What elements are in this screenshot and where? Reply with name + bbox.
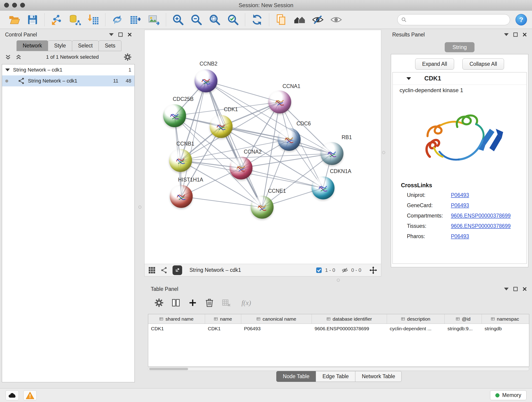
cell-description[interactable]: cyclin-dependent ... xyxy=(387,324,445,333)
show-graphics-details-button[interactable] xyxy=(329,13,343,27)
network-node-CCNE1[interactable] xyxy=(251,196,273,219)
zoom-out-button[interactable] xyxy=(190,13,203,27)
hidden-elements-eye-icon[interactable] xyxy=(342,267,348,274)
gene-entry-header[interactable]: CDK1 xyxy=(393,72,526,85)
network-canvas[interactable]: CCNB2CCNA1CDC25BCDK1CDC6RB1CCNB1CCNA2CDK… xyxy=(145,30,381,264)
results-tab-string[interactable]: String xyxy=(445,42,475,52)
right-splitter-handle[interactable] xyxy=(382,151,385,154)
open-session-button[interactable] xyxy=(7,13,21,27)
memory-button[interactable]: Memory xyxy=(490,390,526,400)
cell-canonical-name[interactable]: P06493 xyxy=(241,324,312,333)
gear-icon[interactable] xyxy=(123,53,132,61)
detach-view-button[interactable] xyxy=(172,265,182,275)
pharos-link[interactable]: P06493 xyxy=(451,233,469,240)
entry-collapse-icon[interactable] xyxy=(406,77,411,80)
delete-column-trash-icon[interactable] xyxy=(204,298,215,308)
bottom-splitter-handle[interactable] xyxy=(337,279,340,282)
birdseye-view-button[interactable] xyxy=(293,13,306,27)
help-button[interactable]: ? xyxy=(515,14,527,26)
hide-unhide-button[interactable] xyxy=(311,13,325,27)
search-input[interactable] xyxy=(409,17,506,23)
show-columns-icon[interactable] xyxy=(171,298,181,308)
tissues-link[interactable]: 9606.ENSP00000378699 xyxy=(451,223,511,229)
table-horizontal-scrollbar[interactable] xyxy=(148,367,529,371)
genecard-link[interactable]: P06493 xyxy=(451,202,469,209)
network-node-HIST1H1A[interactable] xyxy=(170,185,193,208)
move-crosshair-icon[interactable] xyxy=(369,266,377,274)
grid-view-icon[interactable] xyxy=(148,267,156,274)
network-collection-row[interactable]: String Network – cdk1 1 xyxy=(2,64,134,75)
table-close-icon[interactable] xyxy=(522,287,527,291)
network-node-CDC25B[interactable] xyxy=(163,104,186,127)
collapse-all-button[interactable]: Collapse All xyxy=(462,58,504,70)
column-header[interactable]: database identifier xyxy=(312,314,387,324)
table-settings-gear-icon[interactable] xyxy=(154,298,164,308)
scrollbar-thumb[interactable] xyxy=(149,368,188,370)
table-maximize-icon[interactable] xyxy=(513,287,518,291)
network-node-CCNB2[interactable] xyxy=(195,70,217,92)
tab-node-table[interactable]: Node Table xyxy=(276,371,316,382)
column-header[interactable]: @id xyxy=(445,314,482,324)
compartments-link[interactable]: 9606.ENSP00000378699 xyxy=(451,213,511,219)
left-splitter-handle[interactable] xyxy=(138,206,141,209)
selected-nodes-checkbox-icon[interactable] xyxy=(316,267,322,273)
gene-entry-cdk1: CDK1 cyclin-dependent kinase 1 xyxy=(393,72,527,264)
panel-float-icon[interactable] xyxy=(109,33,114,36)
tree-expand-icon[interactable] xyxy=(5,69,10,71)
network-node-CCNA2[interactable] xyxy=(230,157,253,179)
cell-shared-name[interactable]: CDK1 xyxy=(148,324,205,333)
import-network-file-button[interactable] xyxy=(50,13,63,27)
export-image-button[interactable] xyxy=(147,13,161,27)
tab-style[interactable]: Style xyxy=(48,40,72,51)
column-header[interactable]: canonical name xyxy=(241,314,312,324)
network-node-RB1[interactable] xyxy=(321,142,343,165)
export-network-button[interactable] xyxy=(129,13,143,27)
network-view-share-icon[interactable] xyxy=(161,267,167,274)
table-row[interactable]: CDK1 CDK1 P06493 9606.ENSP00000378699 cy… xyxy=(148,324,529,333)
results-maximize-icon[interactable] xyxy=(513,32,518,37)
cell-id[interactable]: stringdb:9... xyxy=(445,324,482,333)
tab-network-table[interactable]: Network Table xyxy=(355,371,402,382)
protein-thumbnail-icon xyxy=(200,75,212,87)
tab-network[interactable]: Network xyxy=(17,40,48,51)
panel-maximize-icon[interactable] xyxy=(118,32,123,37)
expand-all-button[interactable]: Expand All xyxy=(415,58,454,70)
column-header[interactable]: name xyxy=(205,314,241,324)
network-node-CCNA1[interactable] xyxy=(268,90,291,114)
column-header[interactable]: description xyxy=(387,314,445,324)
network-node-CCNB1[interactable] xyxy=(169,149,192,172)
node-label-HIST1H1A: HIST1H1A xyxy=(178,177,203,183)
warnings-button[interactable] xyxy=(23,390,37,400)
column-header[interactable]: shared name xyxy=(148,314,205,324)
import-table-file-button[interactable] xyxy=(86,13,100,27)
network-row-selected[interactable]: String Network – cdk1 11 48 xyxy=(2,75,134,86)
save-session-button[interactable] xyxy=(26,13,39,27)
panel-close-icon[interactable] xyxy=(127,32,132,37)
tab-edge-table[interactable]: Edge Table xyxy=(316,371,355,382)
tab-sets[interactable]: Sets xyxy=(99,40,121,51)
uniprot-link[interactable]: P06493 xyxy=(451,192,469,198)
function-builder-icon[interactable]: f(x) xyxy=(241,299,251,307)
tab-select[interactable]: Select xyxy=(72,40,99,51)
network-node-CDKN1A[interactable] xyxy=(312,177,335,199)
network-node-CDC6[interactable] xyxy=(278,128,301,151)
new-network-button[interactable] xyxy=(110,13,124,27)
zoom-fit-content-button[interactable] xyxy=(208,13,222,27)
cloud-services-button[interactable] xyxy=(6,390,19,400)
cell-name[interactable]: CDK1 xyxy=(205,324,241,333)
cell-database-identifier[interactable]: 9606.ENSP00000378699 xyxy=(312,324,387,333)
results-float-icon[interactable] xyxy=(504,33,509,36)
import-network-database-button[interactable] xyxy=(68,13,82,27)
add-column-icon[interactable] xyxy=(188,298,197,307)
collapse-all-networks-icon[interactable] xyxy=(5,54,11,60)
copy-button[interactable] xyxy=(274,13,288,27)
cell-namespace[interactable]: stringdb xyxy=(482,324,528,333)
expand-all-networks-icon[interactable] xyxy=(16,54,22,60)
table-float-icon[interactable] xyxy=(504,288,509,290)
network-node-CDK1[interactable] xyxy=(210,115,233,138)
zoom-selected-button[interactable] xyxy=(226,13,240,27)
results-close-icon[interactable] xyxy=(522,32,527,37)
zoom-in-button[interactable] xyxy=(171,13,185,27)
refresh-network-view-button[interactable] xyxy=(250,13,264,27)
column-header[interactable]: namespac xyxy=(482,314,528,324)
